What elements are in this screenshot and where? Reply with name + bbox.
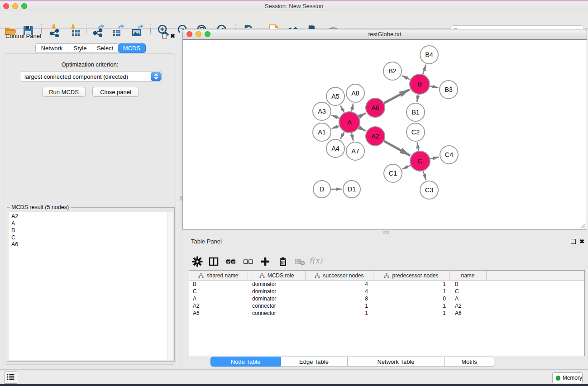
table-cell[interactable]: 4 [306, 281, 373, 288]
node-A8[interactable]: A8 [346, 84, 364, 102]
tab-motifs[interactable]: Motifs [445, 357, 494, 367]
node-A[interactable]: A [339, 112, 360, 133]
tab-edge-table[interactable]: Edge Table [281, 357, 348, 367]
table-row[interactable]: A2connector11A2 [189, 302, 584, 310]
delete-table-button[interactable] [294, 256, 306, 268]
edge-A-A5[interactable] [340, 105, 344, 113]
table-cell[interactable]: A6 [449, 310, 487, 317]
edge-B-B4[interactable] [423, 65, 426, 74]
table-row[interactable]: A6connector11A6 [189, 310, 584, 317]
column-header-MCDS-role[interactable]: MCDS role [248, 271, 306, 281]
tab-select[interactable]: Select [92, 43, 118, 53]
control-panel-close-button[interactable]: ✖ [170, 33, 175, 39]
table-cell[interactable]: A6 [189, 310, 248, 317]
edge-C-C2[interactable] [417, 143, 419, 151]
result-item[interactable]: A [11, 220, 167, 228]
edge-A-A7[interactable] [352, 133, 354, 141]
table-cell[interactable]: connector [248, 310, 306, 317]
node-B4[interactable]: B4 [420, 46, 438, 64]
node-B[interactable]: B [410, 74, 430, 94]
table-splitter[interactable] [182, 230, 588, 235]
node-A2[interactable]: A2 [366, 127, 385, 146]
tab-network-table[interactable]: Network Table [348, 357, 445, 367]
function-builder-button[interactable]: f(x) [309, 256, 322, 265]
table-cell[interactable]: C [189, 288, 248, 295]
table-panel-close-button[interactable]: ✖ [579, 238, 584, 244]
table-cell[interactable]: 1 [306, 310, 373, 317]
node-D[interactable]: D [313, 181, 330, 198]
node-A3[interactable]: A3 [313, 102, 331, 120]
table-cell[interactable]: B [189, 281, 248, 288]
table-cell[interactable]: C [449, 288, 487, 295]
network-window-titlebar[interactable]: testGlobe.txt [183, 29, 587, 39]
node-A4[interactable]: A4 [326, 139, 344, 157]
deselect-all-button[interactable] [242, 256, 254, 268]
table-row[interactable]: Bdominator41B [189, 281, 584, 288]
edge-A2-C[interactable] [384, 141, 410, 156]
network-canvas[interactable]: AA1A2A3A4A5A6A7A8BB1B2B3B4CC1C2C3C4DD1 [183, 39, 587, 229]
edge-A-A3[interactable] [331, 115, 339, 118]
table-row[interactable]: Adominator80A [189, 295, 584, 302]
column-header-successor-nodes[interactable]: successor nodes [306, 271, 373, 281]
edge-A-A1[interactable] [332, 126, 339, 129]
node-A6[interactable]: A6 [366, 98, 385, 117]
node-C3[interactable]: C3 [420, 181, 438, 199]
table-cell[interactable]: 1 [373, 302, 449, 310]
edge-A6-B[interactable] [384, 90, 409, 103]
column-header-name[interactable]: name [449, 271, 487, 281]
edge-C-C3[interactable] [423, 171, 426, 180]
node-C[interactable]: C [410, 151, 430, 171]
edge-A-A8[interactable] [352, 104, 354, 112]
result-scrollbar[interactable] [167, 212, 173, 360]
optimization-criterion-select[interactable]: largest connected component (directed) [20, 71, 162, 82]
table-cell[interactable]: A2 [189, 302, 248, 310]
splitter-grip[interactable] [383, 231, 389, 234]
edge-A-A2[interactable] [359, 127, 366, 131]
table-cell[interactable]: connector [248, 302, 306, 310]
node-A5[interactable]: A5 [326, 87, 344, 105]
table-cell[interactable]: 1 [373, 281, 449, 288]
table-cell[interactable]: 4 [306, 288, 373, 295]
edge-A-A4[interactable] [340, 132, 344, 139]
table-cell[interactable]: 8 [306, 295, 373, 302]
tab-mcds[interactable]: MCDS [118, 43, 146, 53]
table-settings-button[interactable] [191, 256, 203, 268]
show-columns-button[interactable] [208, 256, 220, 268]
result-item[interactable]: C [11, 234, 167, 242]
tab-style[interactable]: Style [68, 43, 92, 53]
table-cell[interactable]: B [449, 281, 487, 288]
column-header-shared-name[interactable]: shared name [189, 271, 248, 281]
table-row[interactable]: Cdominator41C [189, 288, 584, 295]
table-panel-float-button[interactable] [571, 239, 576, 244]
close-panel-button[interactable]: Close panel [92, 87, 139, 97]
table-cell[interactable]: 1 [373, 310, 449, 317]
memory-button[interactable]: Memory [552, 372, 583, 383]
window-resize-grip[interactable] [580, 223, 586, 229]
result-item[interactable]: A2 [11, 213, 167, 220]
node-A1[interactable]: A1 [313, 123, 331, 141]
result-item[interactable]: B [11, 227, 167, 234]
node-C4[interactable]: C4 [440, 146, 458, 164]
edge-B-B1[interactable] [417, 95, 418, 102]
table-cell[interactable]: A2 [449, 302, 487, 310]
table-cell[interactable]: dominator [248, 295, 306, 302]
edge-C-C4[interactable] [430, 157, 439, 159]
edge-C-C1[interactable] [402, 165, 411, 169]
node-B1[interactable]: B1 [406, 103, 425, 121]
table-cell[interactable]: dominator [248, 281, 306, 288]
column-header-predecessor-nodes[interactable]: predecessor nodes [373, 271, 449, 281]
node-D1[interactable]: D1 [343, 181, 360, 198]
node-C1[interactable]: C1 [384, 164, 402, 182]
tab-network[interactable]: Network [35, 43, 68, 53]
table-cell[interactable]: A [189, 295, 248, 302]
table-cell[interactable]: 1 [306, 302, 373, 310]
edge-A-A6[interactable] [359, 113, 366, 117]
edge-B-B3[interactable] [430, 86, 439, 88]
select-all-button[interactable] [225, 256, 237, 268]
delete-column-button[interactable] [277, 256, 289, 268]
task-history-button[interactable] [5, 372, 17, 384]
control-panel-float-button[interactable] [162, 33, 167, 38]
node-B2[interactable]: B2 [383, 62, 402, 80]
run-mcds-button[interactable]: Run MCDS [42, 87, 86, 97]
table-cell[interactable]: A [449, 295, 487, 302]
